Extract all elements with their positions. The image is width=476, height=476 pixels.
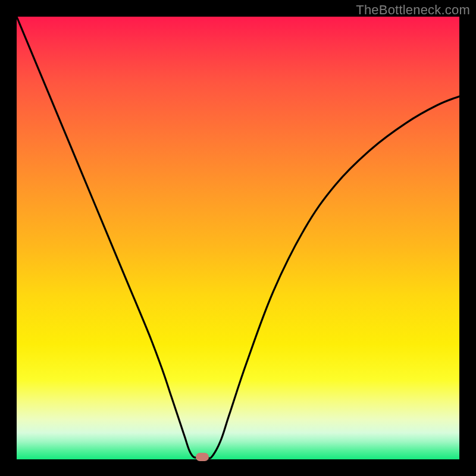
bottleneck-curve (17, 17, 459, 458)
curve-svg (17, 17, 459, 459)
plot-area (17, 17, 459, 459)
optimum-marker (196, 453, 209, 461)
watermark-text: TheBottleneck.com (356, 2, 470, 18)
chart-frame: TheBottleneck.com (0, 0, 476, 476)
